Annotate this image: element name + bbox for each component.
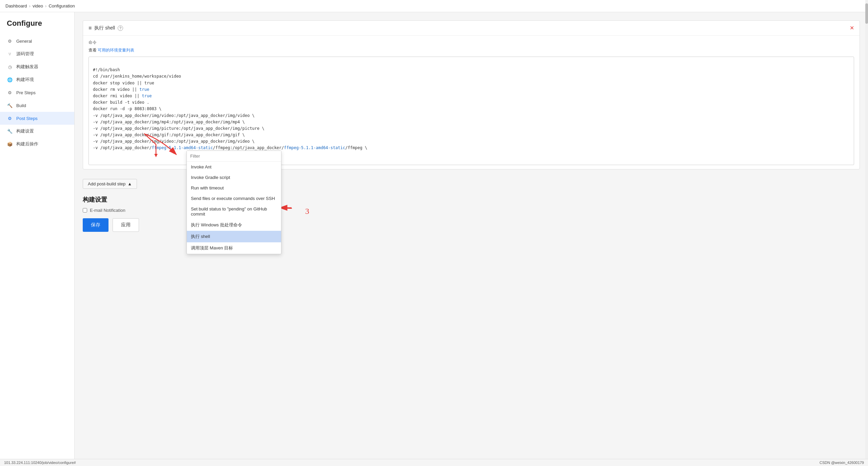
dropdown-item-invoke-gradle[interactable]: Invoke Gradle script xyxy=(187,172,281,183)
sidebar: Configure ⚙ General ⑂ 源码管理 ◷ 构建触发器 🌐 构建环… xyxy=(0,12,75,465)
scrollbar-track xyxy=(865,0,868,465)
breadcrumb-sep2: › xyxy=(45,3,46,8)
gear-icon: ⚙ xyxy=(7,38,13,44)
sidebar-item-env[interactable]: 🌐 构建环境 xyxy=(0,73,74,86)
sidebar-item-label: 源码管理 xyxy=(16,51,34,57)
dropdown-item-ssh[interactable]: Send files or execute commands over SSH xyxy=(187,193,281,204)
sidebar-item-label: General xyxy=(16,39,32,44)
hamburger-icon: ≡ xyxy=(88,25,92,31)
sidebar-item-trigger[interactable]: ◷ 构建触发器 xyxy=(0,60,74,73)
sidebar-item-label: 构建触发器 xyxy=(16,64,38,70)
email-notification-checkbox[interactable] xyxy=(83,208,87,212)
dropdown-menu[interactable]: Invoke Ant Invoke Gradle script Run with… xyxy=(186,150,281,254)
email-notification-label: E-mail Notification xyxy=(90,208,125,213)
main-content: ≡ 执行 shell ? ✕ 命令 查看 可用的环境变量列表 #!/bin/ba… xyxy=(75,12,868,465)
sidebar-item-buildsettings[interactable]: 🔧 构建设置 xyxy=(0,125,74,138)
sidebar-item-label: 构建设置 xyxy=(16,128,34,134)
scrollbar-thumb[interactable] xyxy=(865,3,868,24)
apply-button[interactable]: 应用 xyxy=(113,218,139,232)
env-text: 查看 xyxy=(88,48,97,53)
branch-icon: ⑂ xyxy=(7,51,13,57)
sidebar-item-general[interactable]: ⚙ General xyxy=(0,35,74,47)
card-close-button[interactable]: ✕ xyxy=(850,25,854,31)
breadcrumb: Dashboard › video › Configuration xyxy=(0,0,868,12)
sidebar-item-label: 构建后操作 xyxy=(16,141,38,147)
card-header: ≡ 执行 shell ? ✕ xyxy=(83,21,860,36)
gear-icon: ⚙ xyxy=(7,115,13,121)
breadcrumb-sep1: › xyxy=(29,3,31,8)
env-link-row: 查看 可用的环境变量列表 xyxy=(88,47,854,53)
sidebar-item-build[interactable]: 🔨 Build xyxy=(0,99,74,112)
card-body: 命令 查看 可用的环境变量列表 #!/bin/bash cd /var/jenk… xyxy=(83,36,860,169)
cmd-label: 命令 xyxy=(88,40,854,45)
breadcrumb-config: Configuration xyxy=(48,3,75,8)
sidebar-item-label: Build xyxy=(16,103,26,108)
sidebar-item-label: Post Steps xyxy=(16,116,38,121)
sidebar-title: Configure xyxy=(0,19,74,35)
add-step-label: Add post-build step xyxy=(88,181,125,186)
chevron-down-icon: ▲ xyxy=(127,181,132,186)
code-editor[interactable]: #!/bin/bash cd /var/jenkins_home/workspa… xyxy=(88,57,854,165)
filter-input[interactable] xyxy=(187,151,281,162)
statusbar-url: 101.33.224.111:10240/job/video/configure… xyxy=(4,461,76,465)
breadcrumb-video[interactable]: video xyxy=(33,3,43,8)
hammer-icon: 🔨 xyxy=(7,102,13,108)
sidebar-item-label: Pre Steps xyxy=(16,90,36,95)
globe-icon: 🌐 xyxy=(7,77,13,83)
add-post-build-step-button[interactable]: Add post-build step ▲ xyxy=(83,179,137,189)
help-icon[interactable]: ? xyxy=(118,25,123,31)
dropdown-item-run-timeout[interactable]: Run with timeout xyxy=(187,183,281,193)
gear-icon: ⚙ xyxy=(7,89,13,96)
dropdown-item-github-status[interactable]: Set build status to "pending" on GitHub … xyxy=(187,204,281,219)
dropdown-item-execute-shell[interactable]: 执行 shell xyxy=(187,231,281,242)
dropdown-item-maven[interactable]: 调用顶层 Maven 目标 xyxy=(187,242,281,254)
shell-card: ≡ 执行 shell ? ✕ 命令 查看 可用的环境变量列表 #!/bin/ba… xyxy=(83,20,860,169)
wrench-icon: 🔧 xyxy=(7,128,13,134)
statusbar: 101.33.224.111:10240/job/video/configure… xyxy=(0,459,868,465)
dropdown-item-windows-batch[interactable]: 执行 Windows 批处理命令 xyxy=(187,219,281,231)
sidebar-item-poststeps[interactable]: ⚙ Post Steps xyxy=(0,112,74,125)
sidebar-item-label: 构建环境 xyxy=(16,77,34,83)
card-header-left: ≡ 执行 shell ? xyxy=(88,25,123,31)
env-link[interactable]: 可用的环境变量列表 xyxy=(98,48,134,53)
clock-icon: ◷ xyxy=(7,64,13,70)
sidebar-item-postbuild[interactable]: 📦 构建后操作 xyxy=(0,138,74,150)
breadcrumb-dashboard[interactable]: Dashboard xyxy=(5,3,27,8)
sidebar-item-presteps[interactable]: ⚙ Pre Steps xyxy=(0,86,74,99)
dropdown-item-invoke-ant[interactable]: Invoke Ant xyxy=(187,162,281,172)
card-title: 执行 shell xyxy=(94,25,115,31)
sidebar-item-source[interactable]: ⑂ 源码管理 xyxy=(0,47,74,60)
save-button[interactable]: 保存 xyxy=(83,218,108,232)
statusbar-brand: CSDN @weixin_42600179 xyxy=(820,461,864,465)
box-icon: 📦 xyxy=(7,141,13,147)
